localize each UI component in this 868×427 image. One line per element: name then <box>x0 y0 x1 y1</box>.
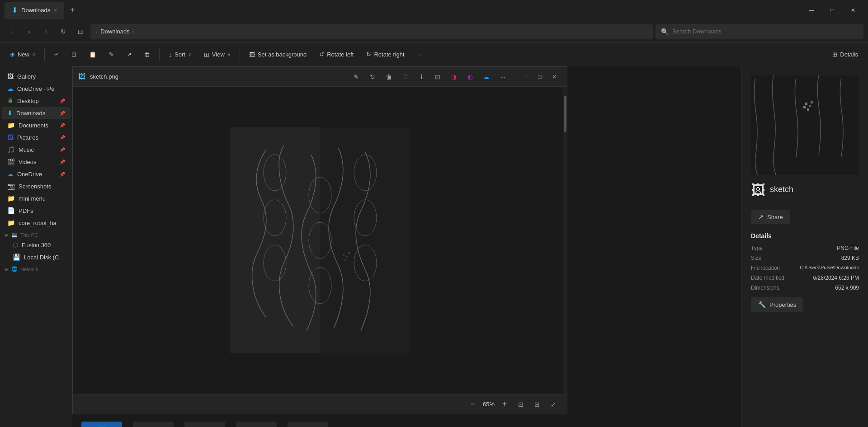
view-label: View <box>212 51 225 58</box>
rotate-right-button[interactable]: ↻ Rotate right <box>361 46 410 63</box>
sidebar-item-local-disk[interactable]: 💾 Local Disk (C <box>2 251 71 263</box>
share-button[interactable]: ↗ <box>121 46 137 63</box>
main-tab[interactable]: ⬇ Downloads × <box>5 2 64 19</box>
layout-button[interactable]: ⊟ <box>73 24 88 39</box>
svg-rect-25 <box>809 105 811 107</box>
fusion-icon: ⬡ <box>13 241 18 249</box>
sidebar-item-pdfs[interactable]: 📄 PDFs <box>2 205 71 216</box>
sidebar-item-onedrive[interactable]: ☁ OneDrive - Pe <box>2 83 71 94</box>
search-input[interactable] <box>672 28 858 35</box>
cut-button[interactable]: ✂ <box>48 46 64 63</box>
details-share-button[interactable]: ↗ Share <box>751 210 790 224</box>
details-date-row: Date modified 6/28/2024 6:26 PM <box>751 275 859 281</box>
search-bar[interactable]: 🔍 <box>656 24 863 39</box>
address-bar[interactable]: › Downloads › <box>90 24 653 39</box>
view-button[interactable]: ⊞ View ∨ <box>198 46 236 63</box>
sidebar-item-music[interactable]: 🎵 Music 📌 <box>2 144 71 155</box>
sidebar-item-pictures[interactable]: 🖼 Pictures 📌 <box>2 131 71 143</box>
rotate-left-button[interactable]: ↺ Rotate left <box>314 46 359 63</box>
sidebar-item-onedrive2[interactable]: ☁ OneDrive 📌 <box>2 168 71 180</box>
iv-maximize-button[interactable]: □ <box>533 70 547 83</box>
copy-button[interactable]: ⊡ <box>66 46 82 63</box>
iv-gradient1-button[interactable]: ◑ <box>447 70 461 84</box>
mini-menu-icon: 📁 <box>7 195 15 202</box>
iv-more-button[interactable]: ··· <box>495 70 510 84</box>
refresh-button[interactable]: ↻ <box>56 24 71 39</box>
iv-rotate-button[interactable]: ↻ <box>365 70 380 84</box>
sidebar-label-videos: Videos <box>19 159 37 165</box>
details-button[interactable]: ⊞ Details <box>827 46 863 63</box>
sidebar-item-screenshots[interactable]: 📷 Screenshots <box>2 180 71 192</box>
nav-bar: ‹ › ↑ ↻ ⊟ › Downloads › 🔍 <box>0 20 868 43</box>
sidebar-item-documents[interactable]: 📁 Documents 📌 <box>2 119 71 131</box>
forward-button[interactable]: › <box>22 24 36 39</box>
zoom-out-button[interactable]: − <box>467 398 479 411</box>
iv-info-button[interactable]: ℹ <box>414 70 429 84</box>
maximize-button[interactable]: □ <box>822 3 843 18</box>
new-button[interactable]: ⊕ New ∨ <box>5 46 41 63</box>
delete-button[interactable]: 🗑 <box>139 46 156 63</box>
sidebar-item-desktop[interactable]: 🖥 Desktop 📌 <box>2 95 71 107</box>
iv-present-button[interactable]: ⊡ <box>430 70 445 84</box>
scroll-thumb[interactable] <box>564 96 566 132</box>
minimize-button[interactable]: — <box>801 3 822 18</box>
close-button[interactable]: ✕ <box>843 3 863 18</box>
sidebar-item-downloads[interactable]: ⬇ Downloads 📌 <box>2 107 71 119</box>
details-properties-button[interactable]: 🔧 Properties <box>751 297 803 312</box>
back-button[interactable]: ‹ <box>5 24 19 39</box>
sidebar-label-desktop: Desktop <box>17 98 39 104</box>
file-item-010[interactable]: 010 <box>231 418 281 427</box>
file-item-003[interactable]: 003 <box>128 418 178 427</box>
downloads-pin-icon: 📌 <box>60 111 65 116</box>
delete-icon: 🗑 <box>144 51 150 58</box>
set-background-button[interactable]: 🖼 Set as background <box>244 46 312 63</box>
fit-button[interactable]: ⊡ <box>514 398 527 411</box>
up-button[interactable]: ↑ <box>39 24 53 39</box>
location-arrow: › <box>132 28 134 35</box>
sidebar-item-gallery[interactable]: 🖼 Gallery <box>2 70 71 82</box>
sidebar-item-mini-menu[interactable]: 📁 mini menu <box>2 192 71 204</box>
003-thumb <box>133 422 174 427</box>
bg-icon: 🖼 <box>249 51 255 58</box>
iv-cloud-button[interactable]: ☁ <box>479 70 494 84</box>
iv-delete-button[interactable]: 🗑 <box>382 70 396 84</box>
file-item-009[interactable]: 009 <box>180 418 230 427</box>
sort-button[interactable]: ↕ Sort ∨ <box>163 46 197 63</box>
sidebar-label-core: core_robot_ha <box>19 220 57 226</box>
details-file-name: sketch <box>770 185 793 194</box>
zoom-in-button[interactable]: + <box>498 398 511 411</box>
desktop-icon: 🖥 <box>7 97 14 104</box>
iv-gradient1-icon: ◑ <box>451 73 457 80</box>
scroll-track[interactable] <box>563 87 567 394</box>
zoom-in-icon: + <box>502 399 507 409</box>
sidebar-section-network[interactable]: ▶ 🌐 Network <box>0 263 72 273</box>
rename-button[interactable]: ✎ <box>104 46 119 63</box>
iv-gradient2-button[interactable]: ◐ <box>463 70 477 84</box>
new-tab-button[interactable]: + <box>66 4 79 17</box>
paste-button[interactable]: 📋 <box>84 46 102 63</box>
tab-bar: ⬇ Downloads × + <box>5 2 79 19</box>
file-item-008[interactable]: 008 <box>283 418 333 427</box>
pdfs-icon: 📄 <box>7 207 15 214</box>
sidebar-item-fusion[interactable]: ⬡ Fusion 360 <box>2 239 71 251</box>
svg-rect-14 <box>344 259 346 261</box>
iv-minimize-button[interactable]: − <box>518 70 533 83</box>
details-location-label: File location <box>751 265 780 271</box>
pictures-icon: 🖼 <box>7 134 14 141</box>
fullscreen-button[interactable]: ⤢ <box>547 398 560 411</box>
sidebar-section-thispc[interactable]: ▶ 💻 This PC <box>0 229 72 239</box>
iv-close-button[interactable]: ✕ <box>547 70 561 83</box>
screenshots-icon: 📷 <box>7 183 15 190</box>
filmstrip-button[interactable]: ⊟ <box>531 398 543 411</box>
tab-close-icon[interactable]: × <box>54 7 57 14</box>
details-dimensions-row: Dimensions 652 x 909 <box>751 285 859 291</box>
file-item-miners[interactable]: M Miners.am <box>77 418 127 427</box>
more-button[interactable]: ··· <box>412 46 428 63</box>
iv-edit-button[interactable]: ✎ <box>349 70 363 84</box>
svg-rect-28 <box>803 106 806 108</box>
sidebar-item-videos[interactable]: 🎬 Videos 📌 <box>2 156 71 168</box>
iv-heart-button[interactable]: ♡ <box>398 70 412 84</box>
toolbar: ⊕ New ∨ ✂ ⊡ 📋 ✎ ↗ 🗑 ↕ Sort ∨ ⊞ View ∨ 🖼 … <box>0 43 868 66</box>
local-disk-icon: 💾 <box>13 253 20 261</box>
sidebar-item-core[interactable]: 📁 core_robot_ha <box>2 217 71 229</box>
